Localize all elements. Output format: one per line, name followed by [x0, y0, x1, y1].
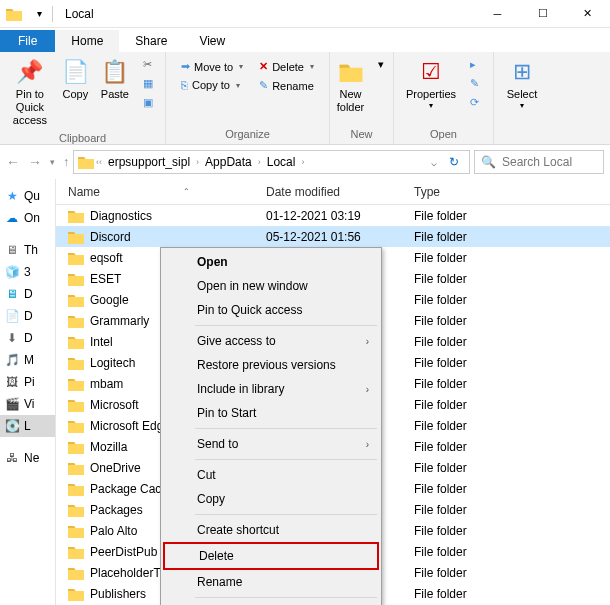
file-type: File folder — [406, 398, 610, 412]
paste-button[interactable]: 📋 Paste — [95, 54, 135, 105]
sidebar-label: Qu — [24, 189, 40, 203]
sidebar-item[interactable]: 🖥Th — [0, 239, 55, 261]
sidebar-item[interactable]: ⬇D — [0, 327, 55, 349]
file-type: File folder — [406, 566, 610, 580]
sidebar-icon: 🖼 — [4, 374, 20, 390]
cut-icon[interactable]: ✂ — [139, 56, 157, 73]
menu-open-new-window[interactable]: Open in new window — [163, 274, 379, 298]
sidebar-icon: 💽 — [4, 418, 20, 434]
menu-cut[interactable]: Cut — [163, 463, 379, 487]
col-date[interactable]: Date modified — [266, 185, 406, 199]
menu-rename[interactable]: Rename — [163, 570, 379, 594]
sidebar-item[interactable]: 💽L — [0, 415, 55, 437]
sidebar-item[interactable]: 🎬Vi — [0, 393, 55, 415]
delete-button[interactable]: ✕Delete▾ — [255, 58, 318, 75]
pasteshortcut-icon[interactable]: ▣ — [139, 94, 157, 111]
search-input[interactable]: 🔍 Search Local — [474, 150, 604, 174]
sidebar-label: Th — [24, 243, 38, 257]
file-type: File folder — [406, 251, 610, 265]
sidebar-icon: 📄 — [4, 308, 20, 324]
file-row[interactable]: Discord05-12-2021 01:56File folder — [56, 226, 610, 247]
new-folder-button[interactable]: New folder — [331, 54, 371, 118]
maximize-button[interactable]: ☐ — [520, 0, 565, 28]
folder-icon — [68, 356, 84, 370]
sidebar-item[interactable]: 🖧Ne — [0, 447, 55, 469]
close-button[interactable]: ✕ — [565, 0, 610, 28]
refresh-button[interactable]: ↻ — [443, 155, 465, 169]
new-item-icon[interactable]: ▾ — [374, 56, 388, 73]
folder-icon — [68, 272, 84, 286]
sidebar-item[interactable]: ☁On — [0, 207, 55, 229]
sidebar-icon: 🖥 — [4, 242, 20, 258]
menu-restore[interactable]: Restore previous versions — [163, 353, 379, 377]
sidebar-item[interactable]: 📄D — [0, 305, 55, 327]
sidebar-label: D — [24, 331, 33, 345]
tab-share[interactable]: Share — [119, 30, 183, 52]
menu-copy[interactable]: Copy — [163, 487, 379, 511]
path-box[interactable]: ‹‹ erpsupport_sipl› AppData› Local› ⌵ ↻ — [73, 150, 470, 174]
properties-button[interactable]: ☑ Properties▾ — [400, 54, 462, 115]
col-type[interactable]: Type — [406, 185, 610, 199]
folder-icon — [68, 587, 84, 601]
select-button[interactable]: ⊞ Select▾ — [501, 54, 544, 115]
copy-button[interactable]: 📄 Copy — [56, 54, 95, 105]
menu-open[interactable]: Open — [163, 250, 379, 274]
copyto-button[interactable]: ⎘Copy to▾ — [177, 77, 247, 93]
rename-button[interactable]: ✎Rename — [255, 77, 318, 94]
sidebar-item[interactable]: 🎵M — [0, 349, 55, 371]
copypath-icon[interactable]: ▦ — [139, 75, 157, 92]
file-name: Microsoft Edge — [90, 419, 170, 433]
menu-give-access[interactable]: Give access to› — [163, 329, 379, 353]
minimize-button[interactable]: ─ — [475, 0, 520, 28]
tab-home[interactable]: Home — [55, 30, 119, 52]
pin-to-quick-button[interactable]: 📌 Pin to Quick access — [4, 54, 56, 132]
history-icon[interactable]: ⟳ — [466, 94, 483, 111]
file-name: Microsoft — [90, 398, 139, 412]
sidebar-item[interactable]: 🧊3 — [0, 261, 55, 283]
copyto-icon: ⎘ — [181, 79, 188, 91]
file-name: Discord — [90, 230, 131, 244]
file-type: File folder — [406, 230, 610, 244]
sidebar-icon: ☁ — [4, 210, 20, 226]
breadcrumb[interactable]: AppData — [201, 155, 256, 169]
sidebar-label: On — [24, 211, 40, 225]
properties-icon: ☑ — [421, 58, 441, 86]
folder-icon — [68, 482, 84, 496]
menu-pin-start[interactable]: Pin to Start — [163, 401, 379, 425]
file-row[interactable]: Diagnostics01-12-2021 03:19File folder — [56, 205, 610, 226]
file-type: File folder — [406, 356, 610, 370]
col-name[interactable]: Name⌃ — [56, 185, 266, 199]
copy-icon: 📄 — [62, 58, 89, 86]
folder-icon — [68, 209, 84, 223]
path-dropdown[interactable]: ⌵ — [425, 157, 443, 168]
breadcrumb[interactable]: erpsupport_sipl — [104, 155, 194, 169]
breadcrumb[interactable]: Local — [263, 155, 300, 169]
moveto-button[interactable]: ➡Move to▾ — [177, 58, 247, 75]
up-button[interactable]: ↑ — [63, 155, 69, 169]
recent-button[interactable]: ▾ — [50, 157, 55, 167]
tab-file[interactable]: File — [0, 30, 55, 52]
edit-icon[interactable]: ✎ — [466, 75, 483, 92]
file-type: File folder — [406, 272, 610, 286]
menu-delete[interactable]: Delete — [163, 542, 379, 570]
folder-icon — [68, 461, 84, 475]
sidebar-item[interactable]: 🖼Pi — [0, 371, 55, 393]
group-open-label: Open — [430, 128, 457, 142]
menu-include-library[interactable]: Include in library› — [163, 377, 379, 401]
back-button[interactable]: ← — [6, 154, 20, 170]
sidebar-item[interactable]: 🖥D — [0, 283, 55, 305]
sidebar-icon: 🎵 — [4, 352, 20, 368]
menu-properties[interactable]: Properties — [163, 601, 379, 605]
menu-create-shortcut[interactable]: Create shortcut — [163, 518, 379, 542]
open-icon[interactable]: ▸ — [466, 56, 483, 73]
qat-item[interactable]: ▾ — [33, 8, 45, 20]
sidebar-label: Ne — [24, 451, 39, 465]
menu-pin-quick[interactable]: Pin to Quick access — [163, 298, 379, 322]
forward-button[interactable]: → — [28, 154, 42, 170]
sidebar-item[interactable]: ★Qu — [0, 185, 55, 207]
sidebar-label: 3 — [24, 265, 31, 279]
tab-view[interactable]: View — [183, 30, 241, 52]
menu-send-to[interactable]: Send to› — [163, 432, 379, 456]
folder-icon — [68, 230, 84, 244]
file-type: File folder — [406, 335, 610, 349]
